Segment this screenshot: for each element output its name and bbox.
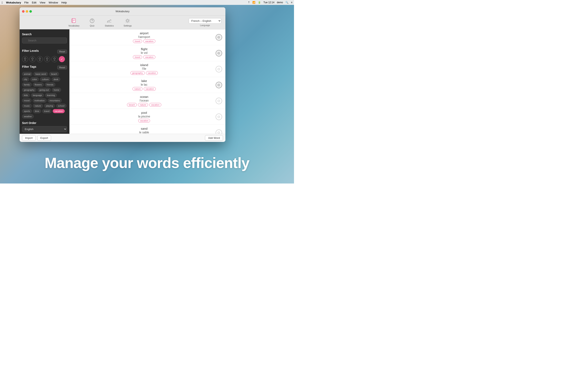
vocabulary-tab[interactable]: Vocabulary [67, 17, 81, 28]
tag-school[interactable]: school [56, 104, 66, 108]
speak-button[interactable] [216, 82, 222, 88]
tag-animal[interactable]: animal [22, 72, 32, 76]
maximize-button[interactable] [29, 10, 32, 13]
menubar-help[interactable]: Help [61, 1, 67, 4]
tag-mountains[interactable]: mountains [48, 99, 62, 103]
word-tag[interactable]: geography [130, 71, 145, 75]
tag-kids[interactable]: kids [22, 93, 30, 97]
add-word-button[interactable]: Add Word [205, 135, 223, 141]
tag-basic-word[interactable]: basic word [34, 72, 48, 76]
svg-point-10 [32, 58, 33, 59]
word-french: l'ocean [73, 99, 216, 102]
bottom-bar: Import Export Add Word [20, 134, 225, 142]
tag-home[interactable]: home [52, 88, 61, 92]
tag-learning[interactable]: learning [45, 93, 57, 97]
speak-button[interactable] [216, 66, 222, 72]
word-content: lakele lacnaturevacation [73, 79, 216, 91]
reset-levels-button[interactable]: Reset [57, 50, 67, 53]
statistics-icon [106, 18, 112, 24]
toolbar: Vocabulary Quiz [20, 16, 225, 29]
menubar-edit[interactable]: Edit [32, 1, 36, 4]
word-english: sand [73, 127, 216, 130]
word-tag[interactable]: nature [138, 103, 148, 107]
word-tag[interactable]: vacation [143, 39, 155, 43]
tag-friends[interactable]: friends [45, 83, 55, 87]
speak-button[interactable] [216, 129, 222, 134]
tag-desk[interactable]: desk [52, 77, 60, 81]
tag-vacation[interactable]: vacation [53, 109, 65, 113]
tag-time[interactable]: time [33, 109, 41, 113]
control-center-icon[interactable]: ≡ [291, 1, 292, 4]
tag-city[interactable]: city [22, 77, 29, 81]
statistics-tab[interactable]: Statistics [103, 17, 115, 28]
menubar-app[interactable]: Wokabulary [6, 1, 21, 4]
level-6-icon[interactable]: ✓ [59, 56, 65, 62]
tag-travel[interactable]: travel [42, 109, 52, 113]
tag-motivation[interactable]: motivation [33, 99, 47, 103]
word-french: le vol [73, 51, 216, 54]
word-tag[interactable]: vacation [149, 103, 161, 107]
tag-playing[interactable]: playing [44, 104, 55, 108]
tag-going-out[interactable]: going-out [38, 88, 51, 92]
minimize-button[interactable] [26, 10, 28, 13]
level-1-icon[interactable] [22, 56, 28, 62]
tag-flowers[interactable]: flowers [33, 83, 44, 87]
quiz-tab[interactable]: Quiz [87, 17, 96, 28]
tag-color[interactable]: color [30, 77, 39, 81]
speak-button[interactable] [216, 114, 222, 120]
export-button[interactable]: Export [37, 135, 51, 141]
tag-mood[interactable]: mood [22, 99, 31, 103]
speak-button[interactable] [216, 50, 222, 57]
reset-tags-button[interactable]: Reset [57, 66, 67, 69]
tag-geography[interactable]: geography [22, 88, 36, 92]
speak-button[interactable] [216, 34, 222, 41]
filter-tags-title: Filter Tags [22, 65, 36, 68]
tag-weather[interactable]: weather [22, 114, 34, 118]
word-tag[interactable]: nature [132, 87, 143, 91]
word-tag[interactable]: travel [133, 55, 142, 59]
level-4-icon[interactable] [44, 56, 50, 62]
word-french: le lac [73, 83, 216, 86]
speak-button[interactable] [216, 98, 222, 104]
language-select[interactable]: French – English [189, 18, 221, 24]
menubar-view[interactable]: View [40, 1, 45, 4]
app-window: Wokabulary Vocabulary [20, 7, 225, 142]
apple-menu[interactable]:  [2, 1, 3, 4]
word-tag[interactable]: beach [127, 103, 137, 107]
tag-family[interactable]: family [22, 83, 32, 87]
close-button[interactable] [22, 10, 25, 13]
menubar-file[interactable]: File [24, 1, 29, 4]
word-tag[interactable]: vacation [144, 87, 156, 91]
clock: Tue 12:14 [263, 1, 274, 4]
word-english: flight [73, 47, 216, 51]
word-tag[interactable]: vacation [138, 119, 150, 123]
word-row: poolla piscinevacation [69, 109, 225, 125]
level-3-icon[interactable] [37, 56, 43, 62]
quiz-icon [89, 18, 95, 24]
tag-beach[interactable]: beach [49, 72, 59, 76]
tag-sports[interactable]: sports [22, 109, 32, 113]
search-menubar-icon[interactable]: 🔍 [285, 1, 288, 4]
tag-language[interactable]: language [31, 93, 44, 97]
word-tag[interactable]: vacation [146, 71, 158, 75]
settings-tab[interactable]: Settings [122, 17, 133, 28]
word-english: ocean [73, 95, 216, 99]
import-button[interactable]: Import [22, 135, 36, 141]
word-tags: travelvacation [73, 39, 216, 43]
menubar-window[interactable]: Window [49, 1, 58, 4]
word-tag[interactable]: vacation [143, 55, 155, 59]
tag-music[interactable]: music [22, 104, 32, 108]
main-content: Search 🔍 Filter Levels Reset [20, 29, 225, 134]
word-content: poolla piscinevacation [73, 111, 216, 123]
svg-point-14 [46, 58, 48, 59]
tag-nature[interactable]: nature [33, 104, 43, 108]
word-row: oceanl'oceanbeachnaturevacation [69, 93, 225, 109]
word-tag[interactable]: travel [133, 39, 142, 43]
word-content: oceanl'oceanbeachnaturevacation [73, 95, 216, 107]
level-5-icon[interactable] [52, 56, 58, 62]
vocabulary-label: Vocabulary [68, 25, 79, 27]
tag-culture[interactable]: culture [40, 77, 51, 81]
sort-select[interactable]: English [22, 126, 67, 132]
search-input[interactable] [22, 38, 67, 43]
level-2-icon[interactable] [29, 56, 35, 62]
